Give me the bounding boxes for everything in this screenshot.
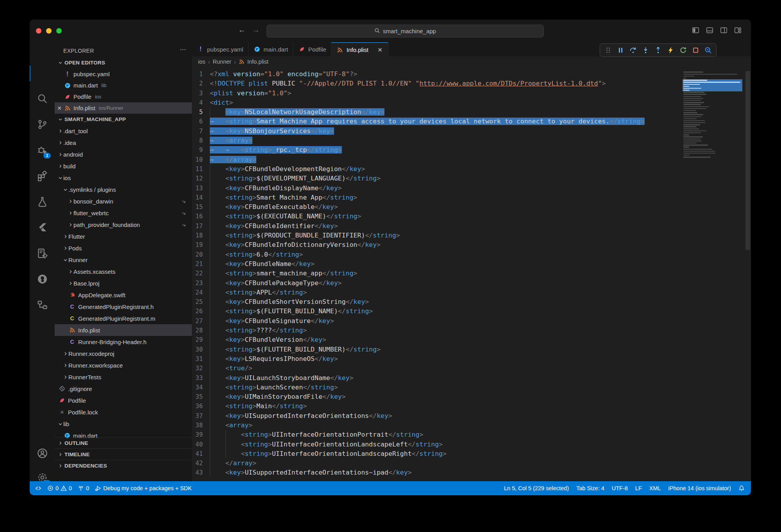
pause-icon[interactable] [617, 46, 624, 54]
activity-bar-item-accounts[interactable] [30, 444, 55, 464]
code-line-20: 20 <string>6.0</string> [192, 250, 751, 259]
section-open-editors[interactable]: OPEN EDITORS [55, 57, 192, 68]
section-outline[interactable]: OUTLINE [55, 437, 192, 448]
tree-item-runner-bridging-header-h[interactable]: CRunner-Bridging-Header.h [55, 336, 192, 348]
tab-podfile[interactable]: Podfile [293, 42, 331, 56]
section-dependencies[interactable]: DEPENDENCIES [55, 460, 192, 471]
step-out-icon[interactable] [654, 46, 662, 54]
open-editor-info-plist[interactable]: ✕Info.plistios/Runner [55, 102, 192, 114]
line-number: 27 [192, 316, 207, 326]
activity-bar-item-explorer[interactable] [30, 63, 55, 84]
hot-reload-icon[interactable] [667, 46, 674, 54]
code-line-33: 33 <key>UILaunchStoryboardName</key> [192, 373, 751, 383]
problems-indicator[interactable]: 00 [47, 485, 72, 491]
language-mode[interactable]: XML [649, 485, 661, 491]
tree-item-assets-xcassets[interactable]: Assets.xcassets [55, 266, 192, 277]
sidebar-actions-icon[interactable]: ⋯ [180, 46, 186, 53]
breadcrumb[interactable]: ios›Runner›Info.plist [192, 56, 751, 67]
tree-item-info-plist[interactable]: Info.plist [55, 324, 192, 336]
minimap[interactable] [683, 71, 742, 158]
activity-bar-item-extensions[interactable] [30, 166, 55, 187]
activity-bar-item-references[interactable] [30, 295, 55, 316]
encoding[interactable]: UTF-8 [612, 485, 628, 491]
activity-bar-item-cpp-tools[interactable] [30, 244, 55, 264]
activity-bar-item-search[interactable] [30, 89, 55, 109]
remote-indicator[interactable] [35, 485, 41, 491]
step-into-icon[interactable] [642, 46, 649, 54]
chevron-right-icon [67, 280, 73, 286]
tree-item-generatedpluginregistrant-h[interactable]: CGeneratedPluginRegistrant.h [55, 301, 192, 312]
debug-status-item[interactable]: Debug my code + packages + SDK [95, 485, 192, 491]
tree-item-base-lproj[interactable]: Base.lproj [55, 277, 192, 289]
tree-item-path-provider-foundation[interactable]: path_provider_foundation⤷ [55, 219, 192, 230]
tree-item-runner[interactable]: Runner [55, 254, 192, 266]
activity-bar-item-github[interactable] [30, 270, 55, 290]
tree-item-build[interactable]: build [55, 160, 192, 172]
step-over-icon[interactable] [629, 46, 637, 54]
activity-bar-item-testing[interactable] [30, 192, 55, 212]
extensions-icon [37, 171, 48, 183]
line-number: 26 [192, 307, 207, 316]
tab-info-plist[interactable]: Info.plist✕ [331, 42, 388, 57]
tree-item-gitignore[interactable]: .gitignore [55, 383, 192, 395]
tree-item-dart-tool[interactable]: .dart_tool [55, 125, 192, 137]
tree-item-flutter-webrtc[interactable]: flutter_webrtc⤷ [55, 207, 192, 219]
cursor-position[interactable]: Ln 5, Col 5 (229 selected) [504, 485, 569, 491]
tree-item-flutter[interactable]: Flutter [55, 230, 192, 242]
tree-item-podfile-lock[interactable]: ≡Podfile.lock [55, 406, 192, 418]
device-selector[interactable]: iPhone 14 (ios simulator) [668, 485, 731, 491]
restart-icon[interactable] [679, 46, 687, 54]
back-arrow-icon[interactable]: ← [237, 26, 247, 34]
tree-item-idea[interactable]: .idea [55, 137, 192, 148]
customize-layout-icon[interactable] [734, 27, 742, 36]
section-project[interactable]: SMART_MACHINE_APP [55, 114, 192, 125]
tree-item-podfile[interactable]: Podfile [55, 395, 192, 406]
stop-icon[interactable] [692, 46, 699, 54]
section-timeline[interactable]: TIMELINE [55, 448, 192, 460]
split-editor-icon[interactable] [720, 27, 727, 36]
tab-size[interactable]: Tab Size: 4 [576, 485, 604, 491]
breadcrumb-item-runner[interactable]: Runner [213, 59, 232, 65]
tab-pubspec-yaml[interactable]: !pubspec.yaml [192, 42, 248, 56]
breadcrumb-item-ios[interactable]: ios [198, 59, 206, 65]
notifications-bell[interactable] [738, 485, 745, 491]
tree-item-runner-xcworkspace[interactable]: Runner.xcworkspace [55, 359, 192, 371]
toggle-sidebar-icon[interactable] [692, 27, 699, 36]
command-center-search[interactable]: smart_machine_app [266, 25, 544, 37]
ports-indicator[interactable]: 0 [78, 485, 89, 491]
tree-item-runner-xcodeproj[interactable]: Runner.xcodeproj [55, 348, 192, 359]
code-line-8: 8→<array> [192, 136, 751, 145]
line-number: 36 [192, 402, 207, 411]
toggle-panel-icon[interactable] [706, 27, 713, 36]
eol[interactable]: LF [635, 485, 642, 491]
tab-main-dart[interactable]: main.dart [248, 42, 293, 56]
widget-inspector-icon[interactable] [704, 46, 712, 54]
tree-item-appdelegate-swift[interactable]: AppDelegate.swift [55, 289, 192, 301]
tree-item-generatedpluginregistrant-m[interactable]: CGeneratedPluginRegistrant.m [55, 312, 192, 324]
code-line-41: 41 <string>UIInterfaceOrientationLandsca… [192, 449, 751, 459]
open-editor-pubspec-yaml[interactable]: !pubspec.yaml [55, 68, 192, 80]
tree-item-android[interactable]: android [55, 148, 192, 160]
code-editor[interactable]: 1<?xml version="1.0" encoding="UTF-8"?>2… [192, 67, 751, 481]
minimap-line [683, 156, 742, 158]
tree-item-pods[interactable]: Pods [55, 242, 192, 254]
tree-item-symlinks-plugins[interactable]: .symlinks / plugins [55, 184, 192, 195]
open-editor-podfile[interactable]: Podfileios [55, 91, 192, 102]
activity-bar-item-run-and-debug[interactable]: 1 [30, 141, 55, 161]
zoom-window-button[interactable] [56, 28, 62, 34]
tree-item-ios[interactable]: ios [55, 172, 192, 184]
tree-item-runnertests[interactable]: RunnerTests [55, 371, 192, 383]
close-editor-icon[interactable]: ✕ [55, 105, 64, 111]
activity-bar-item-source-control[interactable] [30, 115, 55, 135]
tree-item-lib[interactable]: lib [55, 418, 192, 430]
close-window-button[interactable] [36, 28, 41, 34]
open-editor-main-dart[interactable]: main.dartlib [55, 80, 192, 91]
close-tab-icon[interactable]: ✕ [377, 46, 383, 54]
editor-scrollbar[interactable] [745, 71, 750, 250]
project-label: SMART_MACHINE_APP [64, 116, 126, 122]
tree-item-bonsoir-darwin[interactable]: bonsoir_darwin⤷ [55, 195, 192, 207]
breadcrumb-item-info-plist[interactable]: Info.plist [247, 59, 268, 65]
activity-bar-item-flutter[interactable] [30, 218, 55, 238]
minimize-window-button[interactable] [46, 28, 52, 34]
forward-arrow-icon[interactable]: → [251, 26, 261, 34]
